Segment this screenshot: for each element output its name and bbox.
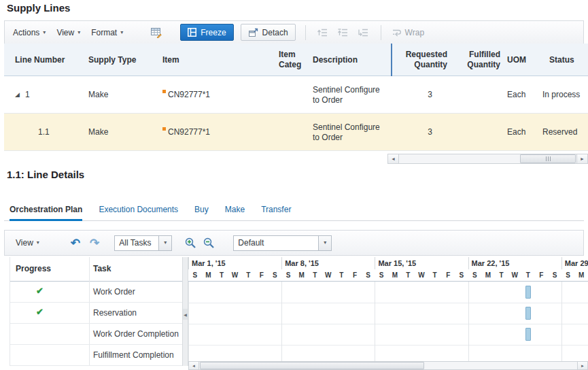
- col-header-description[interactable]: Description: [306, 44, 389, 76]
- gantt-day-label: S: [548, 269, 561, 281]
- gantt-task-bar[interactable]: [525, 328, 531, 341]
- gantt-day-label: F: [441, 269, 455, 281]
- scroll-right-arrow[interactable]: ►: [576, 154, 587, 163]
- tab-orchestration-plan[interactable]: Orchestration Plan: [10, 205, 82, 220]
- gantt-week-label: Mar 8, '15: [281, 257, 375, 269]
- table-horizontal-scrollbar[interactable]: ◄ ►: [387, 154, 588, 164]
- gantt-day-label: W: [415, 269, 428, 281]
- tab-buy[interactable]: Buy: [194, 205, 209, 220]
- zoom-in-icon[interactable]: [184, 237, 197, 250]
- scroll-left-arrow[interactable]: ◄: [388, 154, 399, 163]
- gantt-day-label: T: [335, 269, 349, 281]
- gantt-day-label: S: [362, 269, 375, 281]
- gantt-week-label: Mar 22, '15: [468, 257, 561, 269]
- gantt-day-label: M: [295, 269, 309, 281]
- actions-menu[interactable]: Actions ▾: [13, 28, 46, 37]
- gantt-day-label: F: [348, 269, 362, 281]
- gantt-horizontal-scrollbar[interactable]: ◄ ►: [188, 361, 588, 370]
- view-menu[interactable]: View ▾: [56, 28, 80, 37]
- gantt-day-label: T: [495, 269, 508, 281]
- task-filter-value[interactable]: All Tasks: [114, 235, 158, 251]
- gantt-view-menu[interactable]: View ▾: [16, 238, 39, 248]
- gantt-day-label: T: [521, 269, 535, 281]
- col-header-item-category[interactable]: Item Categ: [273, 44, 305, 76]
- gantt-week-label: Mar 1, '15: [188, 257, 281, 269]
- gantt-week-gridline: [188, 282, 189, 361]
- tab-transfer[interactable]: Transfer: [261, 205, 291, 220]
- table-row[interactable]: ◢ 1 Make CN92777*1 Sentinel Configure to…: [4, 76, 588, 114]
- col-header-fulfilled-quantity[interactable]: Fulfilled Quantity: [451, 44, 504, 76]
- scroll-left-arrow[interactable]: ◄: [189, 362, 199, 369]
- go-to-top-icon: [336, 25, 351, 40]
- zoom-out-icon[interactable]: [203, 237, 215, 250]
- gantt-task-list: Progress Task ✔ Work Order ✔ Reservation…: [10, 257, 182, 366]
- format-menu[interactable]: Format ▾: [91, 28, 123, 37]
- gantt-day-label: W: [508, 269, 521, 281]
- scroll-right-arrow[interactable]: ►: [577, 362, 587, 369]
- gantt-day-label: S: [468, 269, 482, 281]
- task-name: Work Order Completion: [93, 324, 179, 344]
- col-header-item[interactable]: Item: [154, 44, 271, 76]
- supply-lines-toolbar: Actions ▾ View ▾ Format ▾ Freeze: [4, 20, 584, 44]
- item-changed-indicator: [162, 90, 166, 93]
- orchestration-gantt: Progress Task ✔ Work Order ✔ Reservation…: [10, 257, 588, 370]
- gantt-week-gridline: [375, 282, 375, 361]
- view-menu-label: View: [56, 28, 74, 37]
- gantt-day-label: M: [574, 269, 588, 281]
- col-header-supply-type[interactable]: Supply Type: [75, 44, 151, 76]
- gantt-day-label: W: [322, 269, 335, 281]
- redo-icon[interactable]: ↷: [90, 237, 99, 249]
- gantt-task-row[interactable]: ✔ Work Order: [10, 282, 182, 303]
- dropdown-button[interactable]: ▾: [158, 235, 172, 251]
- fulfilled-quantity-value: [451, 114, 504, 151]
- go-up-icon: [315, 25, 330, 40]
- dropdown-button[interactable]: ▾: [318, 235, 332, 251]
- gantt-task-bar[interactable]: [525, 286, 531, 299]
- view-preset-value[interactable]: Default: [233, 235, 318, 251]
- col-header-status[interactable]: Status: [537, 44, 588, 76]
- task-complete-icon: ✔: [36, 286, 44, 295]
- undo-icon[interactable]: ↶: [71, 237, 80, 249]
- wrap-button: Wrap: [391, 27, 424, 38]
- tab-make[interactable]: Make: [225, 205, 245, 220]
- chevron-down-icon: ▾: [37, 240, 39, 246]
- gantt-task-row[interactable]: ✔ Reservation: [10, 303, 182, 324]
- chevron-down-icon: ▾: [164, 240, 167, 246]
- gantt-splitter[interactable]: ◀: [182, 257, 188, 366]
- gantt-days-row: SMTWTFSSMTWTFSSMTWTFSSMTWTFSSM: [188, 269, 588, 282]
- detach-button[interactable]: Detach: [241, 24, 296, 41]
- table-row-selected[interactable]: 1.1 Make CN92777*1 Sentinel Configure to…: [4, 114, 588, 151]
- scrollbar-thumb[interactable]: [200, 362, 424, 369]
- description-value: Sentinel Configure to Order: [306, 76, 389, 114]
- splitter-collapse-icon[interactable]: ◀: [183, 309, 188, 320]
- gantt-task-bar[interactable]: [525, 307, 531, 320]
- scrollbar-thumb[interactable]: [520, 154, 576, 163]
- fulfilled-quantity-value: [451, 76, 504, 114]
- gantt-week-gridline: [468, 282, 469, 361]
- scrollbar-track[interactable]: [399, 154, 576, 163]
- col-header-requested-quantity[interactable]: Requested Quantity: [387, 44, 451, 76]
- tab-execution-documents[interactable]: Execution Documents: [99, 205, 178, 220]
- status-value: In process: [537, 76, 588, 114]
- gantt-day-label: T: [308, 269, 322, 281]
- expand-node-icon[interactable]: ◢: [15, 92, 20, 98]
- scrollbar-track[interactable]: [199, 362, 577, 369]
- col-header-task: Task: [93, 257, 111, 281]
- gantt-chart: Mar 1, '15Mar 8, '15Mar 15, '15Mar 22, '…: [188, 257, 588, 370]
- col-header-uom[interactable]: UOM: [503, 44, 538, 76]
- gantt-week-label: Mar 29, '15: [561, 257, 588, 269]
- gantt-task-row[interactable]: ✔ Work Order Completion: [10, 324, 182, 345]
- gantt-day-label: T: [215, 269, 228, 281]
- view-preset-combobox[interactable]: Default ▾: [233, 235, 332, 251]
- export-table-icon[interactable]: [149, 25, 164, 40]
- task-filter-combobox[interactable]: All Tasks ▾: [114, 235, 172, 251]
- line-number-value: 1: [25, 90, 30, 100]
- gantt-task-row[interactable]: ✔ Fulfillment Completion: [10, 345, 182, 366]
- chevron-down-icon: ▾: [324, 240, 326, 246]
- task-name: Reservation: [93, 303, 137, 323]
- gantt-body: [188, 282, 588, 361]
- freeze-button[interactable]: Freeze: [180, 24, 233, 41]
- col-header-line-number[interactable]: Line Number: [10, 44, 73, 76]
- gantt-task-list-header: Progress Task: [10, 257, 183, 282]
- item-changed-indicator: [162, 127, 166, 131]
